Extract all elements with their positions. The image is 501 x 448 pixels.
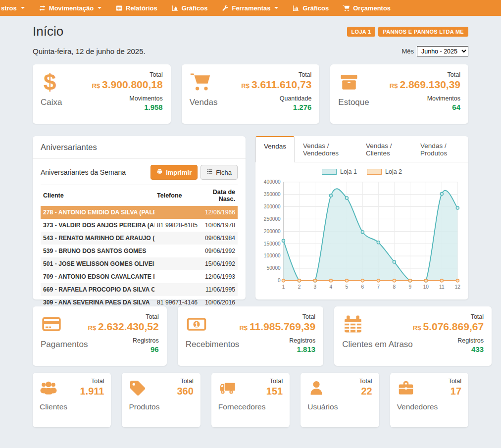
total-label: Total bbox=[449, 378, 461, 385]
table-row[interactable]: 278 - ANTONIO EMIDIO DA SILVA (PALE...12… bbox=[41, 206, 238, 219]
produtos-card: Total 360 Produtos bbox=[122, 373, 200, 427]
total-label: Total bbox=[177, 378, 193, 385]
card-label: Clientes bbox=[40, 402, 67, 411]
birthdate-cell: 12/06/1993 bbox=[200, 270, 238, 283]
sub-value: 96 bbox=[88, 345, 158, 353]
tab-vendas[interactable]: Vendas bbox=[255, 136, 295, 162]
svg-text:250000: 250000 bbox=[264, 216, 281, 222]
money-bill-icon: 1 bbox=[186, 313, 207, 335]
chart-tabs: Vendas Vendas / Vendedores Vendas / Clie… bbox=[255, 136, 468, 162]
sub-value: 1.813 bbox=[239, 345, 315, 353]
table-row[interactable]: 543 - RENATO MARINHO DE ARAUJO (F...09/0… bbox=[41, 232, 238, 245]
month-label: Mês bbox=[401, 48, 414, 55]
nav-item-movimentacao[interactable]: Movimentação bbox=[39, 4, 101, 12]
legend-item-loja1: Loja 1 bbox=[322, 168, 357, 175]
total-label: Total bbox=[359, 378, 372, 385]
tab-vendas-produtos[interactable]: Vendas / Produtos bbox=[412, 136, 468, 162]
birthdate-cell: 09/06/1984 bbox=[200, 232, 238, 245]
svg-text:3: 3 bbox=[314, 284, 317, 290]
dollar-icon: $ bbox=[41, 71, 62, 93]
client-cell: 543 - RENATO MARINHO DE ARAUJO (F... bbox=[41, 232, 154, 245]
svg-text:2: 2 bbox=[298, 284, 301, 290]
sub-label: Quantidade bbox=[241, 95, 311, 102]
sub-value: 1.958 bbox=[92, 103, 162, 111]
box-icon bbox=[338, 71, 360, 93]
svg-text:9: 9 bbox=[409, 284, 412, 290]
client-cell: 709 - ANTONIO EDSON CAVALCANTE D... bbox=[41, 270, 154, 283]
sub-label: Registros bbox=[88, 337, 158, 344]
clientes-card: Total 1.911 Clientes bbox=[33, 373, 111, 427]
nav-item-cadastros[interactable]: stros bbox=[1, 4, 25, 12]
table-row[interactable]: 373 - VALDIR DOS ANJOS PEREIRA (AN...81 … bbox=[41, 219, 238, 232]
table-row[interactable]: 669 - RAFAELA PROCOPIO DA SILVA CA...11/… bbox=[41, 283, 238, 296]
nav-item-label: Orçamentos bbox=[353, 4, 391, 12]
total-value: R$2.632.430,52 bbox=[88, 321, 158, 333]
birthdays-table: Cliente Telefone Data de Nasc. 278 - ANT… bbox=[41, 185, 238, 309]
ficha-button[interactable]: Ficha bbox=[200, 165, 238, 180]
sub-label: Registros bbox=[239, 337, 315, 344]
client-cell: 278 - ANTONIO EMIDIO DA SILVA (PALE... bbox=[41, 206, 154, 219]
sub-value: 433 bbox=[413, 345, 484, 353]
caixa-card: $ Caixa Total R$3.900.800,18 Movimentos … bbox=[33, 64, 171, 124]
phone-cell bbox=[154, 270, 200, 283]
imprimir-button[interactable]: Imprimir bbox=[150, 165, 198, 180]
nav-item-ferramentas[interactable]: Ferramentas bbox=[221, 4, 278, 12]
svg-text:11: 11 bbox=[439, 284, 445, 290]
page-title: Início bbox=[33, 24, 63, 39]
card-label: Estoque bbox=[338, 98, 369, 107]
main-content: Início LOJA 1 PANNOS E PANNOS LTDA ME Qu… bbox=[33, 16, 468, 427]
tab-vendas-vendedores[interactable]: Vendas / Vendedores bbox=[295, 136, 357, 162]
client-cell: 539 - BRUNO DOS SANTOS GOMES bbox=[41, 245, 154, 257]
client-cell: 669 - RAFAELA PROCOPIO DA SILVA CA... bbox=[41, 283, 154, 296]
vendas-card: Vendas Total R$3.611.610,73 Quantidade 1… bbox=[182, 64, 320, 124]
nav-item-label: Gráficos bbox=[302, 4, 329, 12]
svg-text:400000: 400000 bbox=[264, 179, 281, 185]
chart-legend: Loja 1 Loja 2 bbox=[255, 162, 468, 177]
nav-item-label: Gráficos bbox=[182, 4, 208, 12]
clientes-em-atraso-card: Clientes em Atraso Total R$5.076.869,67 … bbox=[334, 306, 492, 366]
svg-text:4: 4 bbox=[330, 284, 333, 290]
total-value: 360 bbox=[177, 386, 193, 397]
svg-text:10: 10 bbox=[423, 284, 429, 290]
column-header-data: Data de Nasc. bbox=[200, 185, 238, 206]
total-value: 17 bbox=[449, 386, 461, 397]
cart-icon bbox=[343, 4, 350, 12]
svg-text:200000: 200000 bbox=[264, 229, 281, 234]
total-label: Total bbox=[241, 71, 311, 78]
total-label: Total bbox=[80, 378, 104, 385]
table-row[interactable]: 539 - BRUNO DOS SANTOS GOMES09/06/1992 bbox=[41, 245, 238, 257]
birthdate-cell: 12/06/1966 bbox=[200, 206, 238, 219]
nav-item-graficos-2[interactable]: Gráficos bbox=[292, 4, 329, 12]
table-row[interactable]: 709 - ANTONIO EDSON CAVALCANTE D...12/06… bbox=[41, 270, 238, 283]
card-label: Pagamentos bbox=[41, 340, 88, 349]
card-label: Caixa bbox=[41, 98, 62, 107]
client-cell: 501 - JOSE WELISSON GOMES OLIVEIR... bbox=[41, 257, 154, 270]
table-row[interactable]: 501 - JOSE WELISSON GOMES OLIVEIR...15/0… bbox=[41, 257, 238, 270]
nav-item-relatorios[interactable]: Relatórios bbox=[115, 4, 157, 12]
total-value: R$2.869.130,39 bbox=[390, 79, 460, 91]
legend-swatch bbox=[367, 169, 382, 175]
svg-text:50000: 50000 bbox=[267, 265, 281, 271]
phone-cell bbox=[154, 232, 200, 245]
svg-text:6: 6 bbox=[361, 284, 364, 290]
total-label: Total bbox=[92, 71, 162, 78]
users-icon bbox=[40, 379, 57, 397]
month-select[interactable]: Junho - 2025 bbox=[417, 46, 468, 56]
nav-item-label: Movimentação bbox=[49, 4, 94, 12]
nav-item-orcamentos[interactable]: Orçamentos bbox=[343, 4, 391, 12]
sub-label: Movimentos bbox=[390, 95, 460, 102]
total-value: R$5.076.869,67 bbox=[413, 321, 484, 333]
panel-title: Aniversariantes bbox=[33, 136, 246, 159]
card-label: Clientes em Atraso bbox=[342, 340, 413, 349]
sub-label: Registros bbox=[413, 337, 484, 344]
panel-subtitle: Aniversariantes da Semana bbox=[41, 168, 126, 176]
total-value: R$3.611.610,73 bbox=[241, 79, 311, 91]
birthdate-cell: 10/06/1978 bbox=[200, 219, 238, 232]
total-label: Total bbox=[390, 71, 460, 78]
legend-swatch bbox=[322, 169, 337, 175]
nav-item-graficos-1[interactable]: Gráficos bbox=[171, 4, 208, 12]
total-label: Total bbox=[266, 378, 283, 385]
truck-icon bbox=[218, 379, 236, 397]
exchange-icon bbox=[39, 4, 46, 12]
tab-vendas-clientes[interactable]: Vendas / Clientes bbox=[357, 136, 412, 162]
